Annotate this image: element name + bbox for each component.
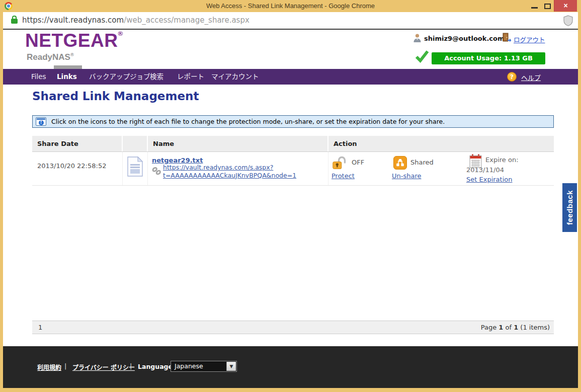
privacy-link[interactable]: プライバシー ポリシー <box>72 363 135 371</box>
account-usage-button[interactable]: Account Usage: 1.13 GB <box>432 52 545 64</box>
feedback-tab[interactable]: feedback <box>561 182 578 233</box>
nav-item-my-account[interactable]: マイアカウント <box>211 69 259 85</box>
table-header: Share Date Name Action <box>32 136 554 152</box>
address-text[interactable]: https://vault.readynas.com/web_access/ma… <box>22 12 250 29</box>
main-nav: Files Links バックアップジョブ 検索 レポート マイアカウント ? … <box>3 69 578 85</box>
page-number-button[interactable]: 1 <box>38 321 42 334</box>
page-label: Page <box>481 324 499 331</box>
maximize-button[interactable] <box>544 4 551 9</box>
netgear-logo-text: NETGEAR <box>25 30 118 51</box>
cell-file-icon <box>123 152 148 185</box>
current-page: 1 <box>499 324 503 331</box>
web-page: NETGEAR® ReadyNAS® shimiz9@outlook.com ロ… <box>3 30 578 388</box>
info-banner: ! Click on the icons to the right of eac… <box>32 115 554 128</box>
shield-icon[interactable] <box>563 15 573 26</box>
page-footer: 利用規約 | プライバシー ポリシー | Language: Japanese … <box>3 346 578 388</box>
info-mark: ! <box>39 120 44 125</box>
checkmark-icon <box>415 50 429 63</box>
share-status: Shared <box>410 159 434 166</box>
share-url-link[interactable]: https://vault.readynas.com/s.aspx? t=AAA… <box>163 164 296 179</box>
url-path: /web_access/manage_share.aspx <box>124 16 250 25</box>
close-button[interactable]: × <box>554 0 577 12</box>
nav-item-search[interactable]: 検索 <box>150 69 163 85</box>
pagination-bar: 1 Page 1 of 1 (1 items) <box>32 321 554 334</box>
cell-action: OFF Protect Shared Un-share <box>328 152 554 185</box>
info-banner-text: Click on the icons to the right of each … <box>51 116 445 127</box>
column-header-action: Action <box>328 136 554 151</box>
items-count: (1 items) <box>518 324 550 331</box>
user-icon <box>413 33 422 43</box>
dropdown-arrow-icon[interactable]: ▼ <box>226 362 236 371</box>
cell-name: netgear29.txt https://vault.readynas.com… <box>148 152 328 185</box>
terms-link[interactable]: 利用規約 <box>37 363 61 371</box>
logout-link[interactable]: ログアウト <box>514 35 545 44</box>
footer-separator: | <box>130 362 132 370</box>
cell-share-date: 2013/10/20 22:58:52 <box>32 152 123 185</box>
protect-lock-icon[interactable] <box>333 155 348 170</box>
set-expiration-link[interactable]: Set Expiration <box>466 176 512 183</box>
nav-item-links[interactable]: Links <box>57 69 77 85</box>
pagination-summary: Page 1 of 1 (1 items) <box>481 321 550 334</box>
footer-separator: | <box>64 362 66 370</box>
share-date-value: 2013/10/20 22:58:52 <box>32 152 122 170</box>
account-email: shimiz9@outlook.com <box>424 35 505 42</box>
nav-item-backup-jobs[interactable]: バックアップジョブ <box>89 69 150 85</box>
readynas-logo-text: ReadyNAS <box>27 52 70 62</box>
feedback-tab-label: feedback <box>565 190 574 225</box>
column-header-icon <box>123 136 148 151</box>
expire-date-value: 2013/11/04 <box>466 166 504 174</box>
registered-mark: ® <box>118 30 123 37</box>
https-padlock-icon[interactable] <box>11 19 18 24</box>
nav-item-report[interactable]: レポート <box>177 69 204 85</box>
window-titlebar: Web Access - Shared Link Management - Go… <box>0 0 581 12</box>
registered-mark: ® <box>70 52 74 57</box>
link-chain-icon <box>152 167 161 175</box>
help-link[interactable]: ヘルプ <box>521 72 541 82</box>
protect-link[interactable]: Protect <box>331 172 355 180</box>
language-selected-value: Japanese <box>175 362 203 370</box>
shared-status-icon[interactable] <box>393 156 407 170</box>
of-label: of <box>503 324 514 331</box>
help-icon[interactable]: ? <box>507 72 517 82</box>
language-select[interactable]: Japanese ▼ <box>171 361 237 372</box>
expire-on-label: Expire on: <box>485 156 519 164</box>
file-name-link[interactable]: netgear29.txt <box>152 156 203 164</box>
unshare-link[interactable]: Un-share <box>392 172 421 180</box>
column-header-share-date: Share Date <box>32 136 123 151</box>
url-bar[interactable]: https://vault.readynas.com/web_access/ma… <box>3 12 578 29</box>
window-title: Web Access - Shared Link Management - Go… <box>0 2 581 10</box>
total-pages: 1 <box>514 324 518 331</box>
logout-door-icon[interactable] <box>503 33 512 42</box>
share-url-line2: t=AAAAAAAAAAACkauJKnvBPQA&node=1 <box>163 172 296 180</box>
protect-status: OFF <box>352 159 364 166</box>
page-title: Shared Link Management <box>32 90 199 103</box>
info-icon: ! <box>36 117 46 126</box>
readynas-logo: ReadyNAS® <box>27 52 74 62</box>
column-header-name: Name <box>148 136 328 151</box>
table-row: 2013/10/20 22:58:52 netgear29.txt https:… <box>32 152 554 186</box>
document-icon <box>127 156 143 177</box>
share-url-line1: https://vault.readynas.com/s.aspx? <box>163 164 296 172</box>
nav-item-files[interactable]: Files <box>31 69 46 85</box>
url-host: https://vault.readynas.com <box>22 16 124 25</box>
language-label: Language: <box>138 363 175 370</box>
active-tab-indicator <box>54 65 82 69</box>
netgear-logo: NETGEAR® <box>25 30 123 51</box>
minimize-button[interactable] <box>531 7 538 9</box>
